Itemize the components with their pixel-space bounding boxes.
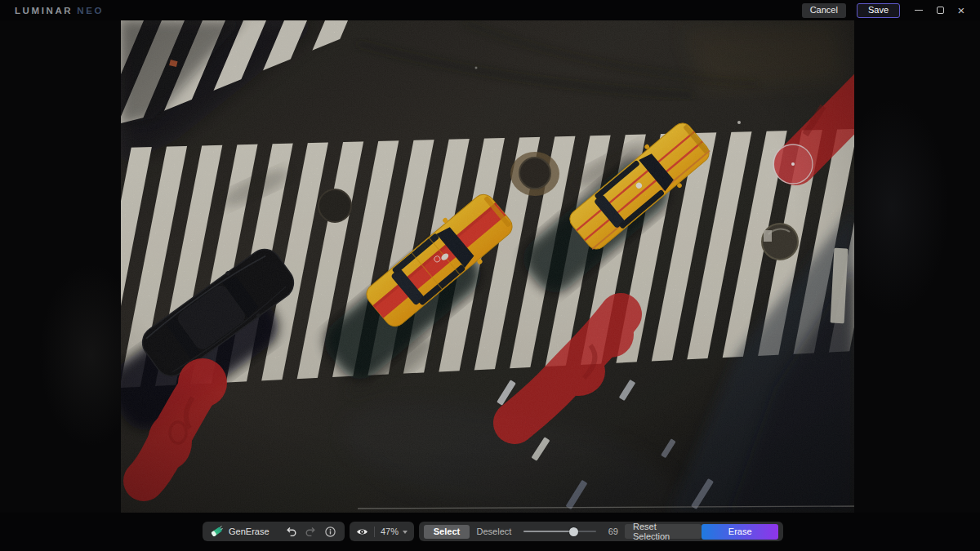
eraser-icon <box>210 526 223 537</box>
brush-size-slider-fill <box>523 531 573 532</box>
app-logo: LUMINARNEO <box>15 6 104 16</box>
divider <box>374 527 375 537</box>
minimize-icon <box>915 10 923 11</box>
backdrop-right <box>854 20 980 513</box>
maximize-icon <box>937 7 944 14</box>
close-icon: × <box>958 4 965 16</box>
zoom-level-value: 47% <box>381 527 399 536</box>
erase-button[interactable]: Erase <box>702 524 778 540</box>
undo-icon <box>286 527 296 536</box>
brush-size-value: 69 <box>603 527 618 536</box>
redo-icon <box>305 527 316 536</box>
logo-neo: NEO <box>77 6 104 16</box>
title-bar: LUMINARNEO Cancel Save × <box>0 0 980 20</box>
maximize-button[interactable] <box>929 0 951 20</box>
chevron-down-icon <box>403 531 408 534</box>
deselect-mode-button[interactable]: Deselect <box>470 525 519 539</box>
brush-size-slider[interactable] <box>523 526 596 537</box>
reset-selection-button[interactable]: Reset Selection <box>625 524 702 539</box>
eye-icon <box>356 527 368 536</box>
info-icon <box>325 527 336 537</box>
undo-button[interactable] <box>284 525 298 539</box>
backdrop-left <box>0 20 121 513</box>
zoom-level-dropdown[interactable]: 47% <box>381 527 408 536</box>
luminar-neo-window: LUMINARNEO Cancel Save × <box>0 0 980 551</box>
view-group: 47% <box>350 522 414 541</box>
brush-size-slider-thumb[interactable] <box>569 527 578 536</box>
photo-canvas[interactable] <box>121 20 854 513</box>
logo-luminar: LUMINAR <box>15 6 73 16</box>
close-button[interactable]: × <box>951 0 972 20</box>
redo-button[interactable] <box>304 525 318 539</box>
cancel-button[interactable]: Cancel <box>802 3 846 18</box>
preview-toggle-button[interactable] <box>356 525 368 539</box>
bottom-toolbar: GenErase 47% <box>0 513 980 551</box>
tool-name-label: GenErase <box>229 527 270 536</box>
tool-group: GenErase <box>203 522 345 541</box>
select-mode-button[interactable]: Select <box>424 525 470 539</box>
info-button[interactable] <box>323 525 337 539</box>
save-button[interactable]: Save <box>857 3 900 18</box>
selection-group: Select Deselect 69 Reset Selection Erase <box>419 522 783 541</box>
minimize-button[interactable] <box>908 0 929 20</box>
